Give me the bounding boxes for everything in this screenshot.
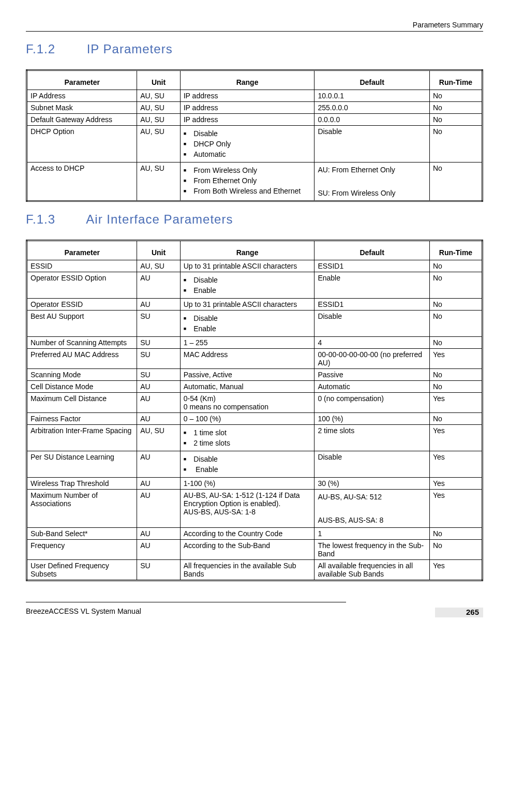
default-text: Disable: [318, 453, 342, 461]
col-header-parameter: Parameter: [27, 241, 137, 260]
cell-unit: AU: [137, 490, 180, 528]
cell-parameter: Preferred AU MAC Address: [27, 349, 137, 369]
cell-runtime: Yes: [429, 478, 482, 490]
cell-parameter: Fairness Factor: [27, 413, 137, 425]
cell-range: According to the Sub-Band: [180, 540, 315, 560]
cell-parameter: Default Gateway Address: [27, 114, 137, 126]
range-bullet-list: DisableEnable: [184, 275, 311, 296]
cell-default: Passive: [315, 369, 430, 381]
air-parameters-table: Parameter Unit Range Default Run-Time ES…: [26, 240, 483, 581]
cell-unit: SU: [137, 560, 180, 581]
cell-runtime: Yes: [429, 393, 482, 413]
cell-unit: AU: [137, 540, 180, 560]
range-bullet-item: Disable: [193, 275, 311, 285]
range-text: IP address: [184, 104, 218, 112]
cell-range: AU-BS, AU-SA: 1-512 (1-124 if Data Encry…: [180, 490, 315, 528]
range-bullet-list: Disable Enable: [184, 454, 311, 475]
range-bullet-item: Enable: [193, 464, 311, 475]
cell-unit: AU: [137, 272, 180, 299]
range-text: 0-54 (Km) 0 means no compensation: [184, 394, 268, 411]
cell-default: 0 (no compensation): [315, 393, 430, 413]
table-row: Operator ESSIDAUUp to 31 printable ASCII…: [27, 299, 483, 311]
cell-range: MAC Address: [180, 349, 315, 369]
cell-default: 100 (%): [315, 413, 430, 425]
cell-default: 1: [315, 528, 430, 540]
cell-range: Passive, Active: [180, 369, 315, 381]
col-header-range: Range: [180, 70, 315, 90]
cell-parameter: Scanning Mode: [27, 369, 137, 381]
header-right: Parameters Summary: [26, 21, 483, 32]
cell-parameter: Sub-Band Select*: [27, 528, 137, 540]
table-row: Best AU SupportSUDisableEnableDisableNo: [27, 311, 483, 337]
cell-range: DisableDHCP OnlyAutomatic: [180, 126, 315, 163]
cell-runtime: No: [429, 337, 482, 349]
cell-parameter: Cell Distance Mode: [27, 381, 137, 393]
cell-parameter: Access to DHCP: [27, 163, 137, 201]
cell-default: Disable: [315, 451, 430, 478]
col-header-runtime: Run-Time: [429, 241, 482, 260]
table-row: User Defined Frequency SubsetsSUAll freq…: [27, 560, 483, 581]
range-text: Up to 31 printable ASCII characters: [184, 262, 297, 270]
cell-parameter: DHCP Option: [27, 126, 137, 163]
table-row: Access to DHCPAU, SUFrom Wireless OnlyFr…: [27, 163, 483, 201]
default-text: 255.0.0.0: [318, 104, 348, 112]
default-text: All available frequencies in all availab…: [318, 562, 413, 578]
cell-unit: AU: [137, 478, 180, 490]
table-row: Cell Distance ModeAUAutomatic, ManualAut…: [27, 381, 483, 393]
cell-default: 00-00-00-00-00-00 (no preferred AU): [315, 349, 430, 369]
range-text: AU-BS, AU-SA: 1-512 (1-124 if Data Encry…: [184, 491, 300, 516]
cell-unit: AU: [137, 299, 180, 311]
cell-default: AU-BS, AU-SA: 512AUS-BS, AUS-SA: 8: [315, 490, 430, 528]
default-text: Automatic: [318, 382, 350, 391]
cell-runtime: No: [429, 540, 482, 560]
cell-runtime: No: [429, 102, 482, 114]
table-row: IP AddressAU, SUIP address10.0.0.1No: [27, 90, 483, 102]
section-number: F.1.3: [26, 212, 83, 227]
range-text: Up to 31 printable ASCII characters: [184, 300, 297, 308]
range-bullet-list: 1 time slot2 time slots: [184, 427, 311, 448]
default-text: 0 (no compensation): [318, 394, 384, 403]
range-text: According to the Sub-Band: [184, 541, 270, 550]
cell-unit: AU: [137, 393, 180, 413]
cell-range: Up to 31 printable ASCII characters: [180, 260, 315, 272]
cell-runtime: No: [429, 260, 482, 272]
col-header-parameter: Parameter: [27, 70, 137, 90]
default-text: Enable: [318, 274, 340, 282]
cell-parameter: Number of Scanning Attempts: [27, 337, 137, 349]
range-text: Passive, Active: [184, 371, 232, 379]
range-bullet-list: From Wireless OnlyFrom Ethernet OnlyFrom…: [184, 165, 311, 196]
cell-range: IP address: [180, 102, 315, 114]
table-row: Sub-Band Select*AUAccording to the Count…: [27, 528, 483, 540]
cell-default: ESSID1: [315, 299, 430, 311]
default-text: 0.0.0.0: [318, 115, 340, 124]
cell-unit: SU: [137, 369, 180, 381]
range-bullet-item: Enable: [193, 285, 311, 296]
cell-unit: AU, SU: [137, 90, 180, 102]
range-bullet-item: Automatic: [193, 149, 311, 159]
range-bullet-item: From Ethernet Only: [193, 175, 311, 186]
default-text: AU-BS, AU-SA: 512AUS-BS, AUS-SA: 8: [318, 491, 426, 526]
range-text: According to the Country Code: [184, 529, 282, 538]
default-text: 4: [318, 338, 322, 347]
cell-runtime: No: [429, 114, 482, 126]
cell-range: 0-54 (Km) 0 means no compensation: [180, 393, 315, 413]
cell-default: 255.0.0.0: [315, 102, 430, 114]
default-text: Passive: [318, 371, 343, 379]
footer-page-number: 265: [435, 608, 483, 617]
cell-runtime: No: [429, 311, 482, 337]
cell-range: 1 – 255: [180, 337, 315, 349]
cell-parameter: Frequency: [27, 540, 137, 560]
cell-unit: AU: [137, 528, 180, 540]
table-row: Maximum Cell DistanceAU0-54 (Km) 0 means…: [27, 393, 483, 413]
section-title: Air Interface Parameters: [86, 212, 233, 226]
table-row: ESSIDAU, SUUp to 31 printable ASCII char…: [27, 260, 483, 272]
table-row: Preferred AU MAC AddressSUMAC Address00-…: [27, 349, 483, 369]
cell-parameter: User Defined Frequency Subsets: [27, 560, 137, 581]
default-text: ESSID1: [318, 300, 343, 308]
section-title: IP Parameters: [87, 42, 173, 56]
cell-parameter: ESSID: [27, 260, 137, 272]
range-bullet-item: Disable: [193, 313, 311, 323]
cell-parameter: Operator ESSID: [27, 299, 137, 311]
range-bullet-item: From Both Wireless and Ethernet: [193, 186, 311, 196]
cell-unit: AU, SU: [137, 425, 180, 451]
